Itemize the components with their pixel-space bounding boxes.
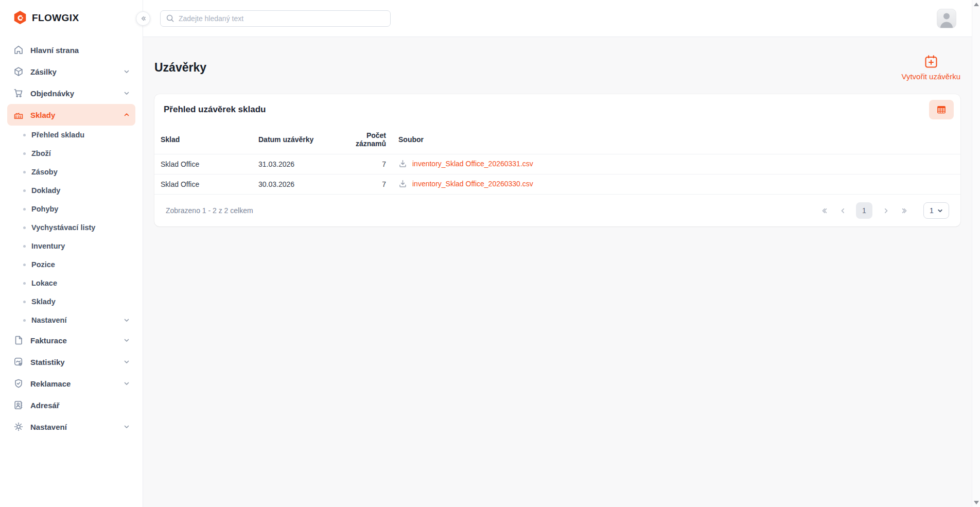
download-icon	[398, 179, 407, 188]
sidebar-subitem-zbozi[interactable]: Zboží	[7, 144, 135, 163]
sidebar-subitem-nastaveni-skladu[interactable]: Nastavení	[7, 311, 135, 329]
sidebar-subitem-label: Zboží	[31, 149, 51, 158]
address-book-icon	[13, 400, 24, 410]
sidebar-subitem-pohyby[interactable]: Pohyby	[7, 200, 135, 218]
gear-icon	[13, 422, 24, 432]
main-area: Uzávěrky Vytvořit uzávěrku Přehled uzávě…	[143, 0, 972, 507]
brand-logo[interactable]: FLOWGIX	[13, 10, 135, 26]
global-search[interactable]	[160, 10, 391, 27]
shopping-cart-icon	[13, 88, 24, 98]
sidebar-subitem-inventury[interactable]: Inventury	[7, 237, 135, 255]
sidebar-item-hlavni-strana[interactable]: Hlavní strana	[7, 39, 135, 61]
next-page-button[interactable]	[880, 205, 891, 216]
file-download-link[interactable]: inventory_Sklad Office_20260330.csv	[398, 179, 533, 188]
person-icon	[937, 9, 956, 28]
sidebar-item-label: Nastavení	[30, 423, 67, 431]
cell-datum: 31.03.2026	[258, 154, 337, 174]
file-download-link[interactable]: inventory_Sklad Office_20260331.csv	[398, 159, 533, 168]
sidebar-subitem-sklady[interactable]: Sklady	[7, 292, 135, 311]
sidebar-subitem-doklady[interactable]: Doklady	[7, 181, 135, 200]
sidebar-subitem-vychystavaci-listy[interactable]: Vychystávací listy	[7, 218, 135, 237]
chevron-down-icon	[123, 317, 130, 324]
user-avatar[interactable]	[937, 9, 956, 28]
bullet-dot-icon	[23, 208, 26, 211]
pagination: 1 1	[818, 202, 949, 219]
sidebar-item-fakturace[interactable]: Fakturace	[7, 329, 135, 351]
chevron-down-icon	[123, 337, 130, 344]
package-icon	[13, 66, 24, 77]
sidebar-item-sklady[interactable]: Sklady	[7, 104, 135, 126]
closures-card: Přehled uzávěrek skladu Sklad	[154, 94, 960, 226]
bullet-dot-icon	[23, 319, 26, 322]
sidebar-item-nastaveni[interactable]: Nastavení	[7, 416, 135, 438]
first-page-button[interactable]	[818, 205, 829, 216]
cell-sklad: Sklad Office	[154, 174, 258, 195]
cell-sklad: Sklad Office	[154, 154, 258, 174]
page-select-value: 1	[930, 206, 934, 215]
chevron-down-icon	[937, 208, 943, 214]
card-header: Přehled uzávěrek skladu	[154, 94, 960, 125]
sidebar-item-zasilky[interactable]: Zásilky	[7, 61, 135, 82]
chevron-down-icon	[123, 358, 130, 365]
bullet-dot-icon	[23, 152, 26, 155]
chevron-down-icon	[123, 380, 130, 387]
statistics-chart-icon	[13, 357, 24, 367]
search-icon	[166, 14, 174, 23]
scroll-up-arrow-icon[interactable]	[974, 3, 979, 6]
sidebar-subitem-label: Přehled skladu	[31, 131, 84, 139]
sidebar-item-label: Objednávky	[30, 89, 74, 98]
sidebar-item-objednavky[interactable]: Objednávky	[7, 82, 135, 104]
cell-pocet: 7	[337, 154, 386, 174]
scroll-down-arrow-icon[interactable]	[974, 501, 979, 504]
browser-scrollbar[interactable]	[972, 0, 980, 507]
bullet-dot-icon	[23, 226, 26, 229]
sidebar-item-statistiky[interactable]: Statistiky	[7, 351, 135, 373]
bullet-dot-icon	[23, 245, 26, 248]
sidebar-subitem-label: Zásoby	[31, 168, 58, 176]
topbar	[143, 0, 972, 37]
cell-datum: 30.03.2026	[258, 174, 337, 195]
column-header-sklad: Sklad	[154, 125, 258, 154]
chevron-double-left-icon	[139, 15, 147, 22]
sidebar-subitem-label: Doklady	[31, 186, 60, 195]
bullet-dot-icon	[23, 282, 26, 285]
sidebar-subitem-label: Vychystávací listy	[31, 223, 95, 232]
chevron-down-icon	[123, 90, 130, 97]
page-title: Uzávěrky	[154, 61, 206, 75]
sidebar-item-adresar[interactable]: Adresář	[7, 394, 135, 416]
download-icon	[398, 159, 407, 168]
chevron-down-icon	[123, 423, 130, 430]
table-row: Sklad Office 31.03.2026 7	[154, 154, 960, 174]
sidebar-item-label: Fakturace	[30, 336, 67, 345]
search-input[interactable]	[179, 14, 385, 23]
sidebar-subitem-label: Nastavení	[31, 316, 67, 324]
page-select-dropdown[interactable]: 1	[923, 202, 949, 219]
bullet-dot-icon	[23, 264, 26, 266]
sidebar-collapse-button[interactable]	[136, 11, 150, 26]
table-view-button[interactable]	[929, 100, 954, 119]
sidebar-subitem-label: Pohyby	[31, 205, 58, 213]
chevron-down-icon	[123, 68, 130, 75]
sidebar-subitem-prehled-skladu[interactable]: Přehled skladu	[7, 126, 135, 144]
document-icon	[13, 335, 24, 345]
last-page-button[interactable]	[899, 205, 911, 216]
create-closure-button[interactable]: Vytvořit uzávěrku	[902, 54, 961, 81]
warehouse-icon	[13, 110, 24, 120]
sidebar-subitem-lokace[interactable]: Lokace	[7, 274, 135, 292]
sidebar-subitem-pozice[interactable]: Pozice	[7, 255, 135, 274]
previous-page-button[interactable]	[837, 205, 848, 216]
page-header: Uzávěrky Vytvořit uzávěrku	[154, 54, 960, 81]
sidebar-item-label: Zásilky	[30, 67, 57, 76]
flowgix-hexagon-logo-icon	[13, 10, 27, 26]
home-icon	[13, 45, 24, 55]
column-header-datum: Datum uzávěrky	[258, 125, 337, 154]
file-name: inventory_Sklad Office_20260331.csv	[412, 160, 533, 168]
sidebar-subitem-label: Inventury	[31, 242, 65, 250]
column-header-soubor: Soubor	[386, 125, 960, 154]
bullet-dot-icon	[23, 134, 26, 136]
column-header-pocet: Počet záznamů	[337, 125, 386, 154]
sidebar-item-reklamace[interactable]: Reklamace	[7, 373, 135, 394]
sidebar-subitem-zasoby[interactable]: Zásoby	[7, 163, 135, 181]
current-page-button[interactable]: 1	[856, 202, 872, 219]
brand-name: FLOWGIX	[32, 12, 79, 24]
